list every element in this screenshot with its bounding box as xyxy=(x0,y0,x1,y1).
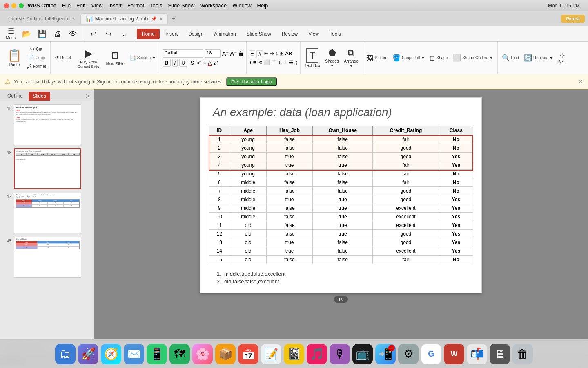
menu-view[interactable]: View xyxy=(91,2,102,9)
slide-item-47[interactable]: 47 • We first estimate prior probabiliti… xyxy=(3,193,90,233)
menu-help[interactable]: Help xyxy=(257,2,268,9)
menu-tools[interactable]: Tools xyxy=(150,2,162,9)
menu-insert[interactable]: Insert xyxy=(108,2,122,9)
guest-button[interactable]: Guest xyxy=(561,15,585,23)
redo-button[interactable]: ↪ xyxy=(101,29,116,39)
tab-outline[interactable]: Outline xyxy=(3,92,27,101)
bold-button[interactable]: B xyxy=(163,59,170,67)
strikethrough-button[interactable]: S̶ xyxy=(189,59,196,66)
spacing-button[interactable]: ↨ xyxy=(295,59,298,65)
tab-insert[interactable]: Insert xyxy=(160,29,183,39)
new-slide-button[interactable]: 🗒 New Slide xyxy=(105,49,126,67)
tab-view[interactable]: View xyxy=(303,29,324,39)
vert-bot[interactable]: ⊥ xyxy=(283,59,287,65)
slide-item-45[interactable]: 45 The data and the goal Data: A set of … xyxy=(3,104,90,145)
menu-window[interactable]: Window xyxy=(232,2,251,9)
dock-sysprefs[interactable]: ⚙ xyxy=(398,344,419,364)
font-size-increase[interactable]: A⁺ xyxy=(222,50,229,57)
print-button[interactable]: 🖨 xyxy=(50,29,65,39)
tab-animation[interactable]: Animation xyxy=(209,29,241,39)
pin-icon[interactable]: 📌 xyxy=(151,16,157,22)
dock-facetime[interactable]: 📱 xyxy=(147,344,167,364)
dock-finder[interactable]: 🗂 xyxy=(55,344,76,364)
dock-reminders[interactable]: 📝 xyxy=(261,344,281,364)
menu-format[interactable]: Format xyxy=(127,2,144,9)
app-name[interactable]: WPS Office xyxy=(28,2,56,9)
numbering-button[interactable]: # xyxy=(256,50,263,58)
clear-format-icon[interactable]: 🗑 xyxy=(238,50,244,57)
maximize-button[interactable] xyxy=(19,3,24,8)
italic-button[interactable]: I xyxy=(172,59,178,67)
notification-close[interactable]: ✕ xyxy=(578,78,583,85)
dock-launchpad[interactable]: 🚀 xyxy=(78,344,98,364)
arrange-dropdown[interactable]: ▼ xyxy=(350,64,353,68)
menu-slideshow[interactable]: Slide Show xyxy=(168,2,194,9)
shape-outline-dropdown[interactable]: ▼ xyxy=(490,56,493,60)
tab-ml2[interactable]: 📊 Machine Learning 2.pptx 📌 ✕ xyxy=(80,13,168,24)
dock-appletv[interactable]: 📺 xyxy=(352,344,373,364)
decrease-indent[interactable]: ⇤ xyxy=(264,50,269,58)
preview-button[interactable]: 👁 xyxy=(66,29,80,39)
panel-close-button[interactable]: ✕ xyxy=(85,93,90,99)
replace-dropdown[interactable]: ▼ xyxy=(550,56,553,60)
close-button[interactable] xyxy=(4,3,9,8)
cut-button[interactable]: ✂ Cut xyxy=(25,45,48,53)
dock-notes3[interactable]: 📦 xyxy=(215,344,236,364)
section-button[interactable]: 📑 Section ▼ xyxy=(128,54,157,62)
dock-trash[interactable]: 🗑 xyxy=(512,344,533,364)
dropdown-button[interactable]: ⌄ xyxy=(117,29,131,39)
align-left[interactable]: ⫶ xyxy=(249,59,252,65)
align-right[interactable]: ⫷ xyxy=(257,59,263,65)
select-button[interactable]: ⊹ Se... xyxy=(557,51,568,65)
textbox-button[interactable]: T Text Box xyxy=(303,47,322,69)
add-tab-button[interactable]: + xyxy=(169,15,178,23)
font-size-decrease[interactable]: A⁻ xyxy=(230,50,236,57)
free-use-button[interactable]: Free Use after Login xyxy=(226,77,277,86)
minimize-button[interactable] xyxy=(11,3,16,8)
line-spacing[interactable]: ↕ xyxy=(276,50,278,58)
dock-photos[interactable]: 🌸 xyxy=(192,344,213,364)
replace-button[interactable]: 🔄 Replace ▼ xyxy=(522,53,555,63)
tab-ml2-close[interactable]: ✕ xyxy=(159,17,163,21)
shape-fill-button[interactable]: 🪣 Shape Fill ▼ xyxy=(391,53,426,63)
picture-button[interactable]: 🖼 Picture xyxy=(365,54,389,63)
highlight-button[interactable]: 🖍 xyxy=(213,60,218,66)
shape-outline-button[interactable]: ⬜ Shape Outline ▼ xyxy=(451,53,494,63)
shape-fill-dropdown[interactable]: ▼ xyxy=(421,56,425,60)
font-size-dropdown[interactable]: 18 xyxy=(205,49,221,58)
tab-design[interactable]: Design xyxy=(183,29,208,39)
tab-close-icon[interactable]: ✕ xyxy=(72,16,76,21)
superscript-button[interactable]: x² xyxy=(197,60,201,65)
slide-item-48[interactable]: 48 P(has_job|Class) Class false true yes… xyxy=(3,237,90,278)
tab-slideshow[interactable]: Slide Show xyxy=(242,29,276,39)
dock-notes4[interactable]: 📓 xyxy=(284,344,304,364)
tab-tools[interactable]: Tools xyxy=(325,29,346,39)
tab-course[interactable]: Course: Artificial Intelligence ✕ xyxy=(3,14,80,23)
arrange-button[interactable]: ⧉ Arrange ▼ xyxy=(342,47,360,69)
vert-top[interactable]: ⊤ xyxy=(272,59,276,65)
dock-mail2[interactable]: 📬 xyxy=(467,344,487,364)
dock-safari[interactable]: 🧭 xyxy=(101,344,121,364)
dock-music[interactable]: 🎵 xyxy=(307,344,327,364)
shape-label-button[interactable]: ◻ Shape xyxy=(428,53,450,63)
tab-slides[interactable]: Slides xyxy=(29,92,50,101)
menu-button[interactable]: ☰ Menu xyxy=(3,26,18,41)
reset-button[interactable]: ↺ Reset xyxy=(53,54,73,62)
menu-workspace[interactable]: Workspace xyxy=(200,2,227,9)
font-family-dropdown[interactable]: Calibri xyxy=(163,49,203,58)
dock-appstore[interactable]: 📲 xyxy=(375,344,396,364)
slide-thumb-47[interactable]: • We first estimate prior probabilities … xyxy=(14,193,81,233)
dock-calendar[interactable]: 📅 xyxy=(238,344,258,364)
save-button[interactable]: 💾 xyxy=(35,29,49,39)
column-button[interactable]: ⊞ xyxy=(279,50,284,58)
slide-thumb-45[interactable]: The data and the goal Data: A set of dat… xyxy=(14,104,81,145)
shapes-dropdown[interactable]: ▼ xyxy=(330,64,334,68)
open-button[interactable]: 📂 xyxy=(19,29,34,39)
dock-podcasts[interactable]: 🎙 xyxy=(330,344,350,364)
slide-thumb-46[interactable]: An example: data (loan application) ID A… xyxy=(14,148,81,189)
dock-chrome[interactable]: G xyxy=(421,344,441,364)
section-dropdown-icon[interactable]: ▼ xyxy=(152,56,156,60)
tab-home[interactable]: Home xyxy=(137,29,160,39)
justify[interactable]: ⬜ xyxy=(264,59,270,65)
dock-mail[interactable]: ✉️ xyxy=(124,344,144,364)
